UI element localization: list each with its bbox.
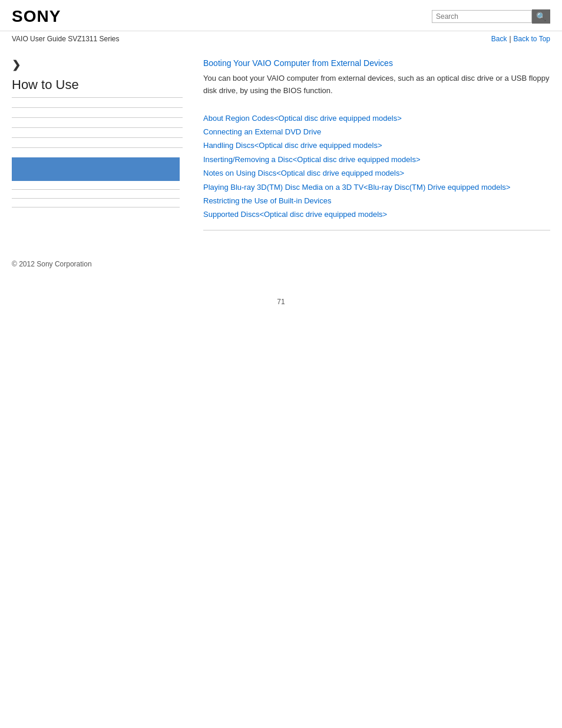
content-main-link[interactable]: Booting Your VAIO Computer from External… [203,58,550,68]
sidebar-item-line-2 [12,117,183,118]
search-icon: 🔍 [536,12,546,21]
sidebar-divider-1 [12,97,183,98]
copyright-text: © 2012 Sony Corporation [12,260,92,268]
main-container: ❯ How to Use Booting Your VAIO Computer … [0,47,562,242]
sidebar-placeholder-line-1 [12,189,180,190]
sidebar-placeholder-line-2 [12,198,180,199]
sidebar: ❯ How to Use [12,47,191,242]
sidebar-item-line-5 [12,147,183,148]
sidebar-item-line-1 [12,107,183,108]
sidebar-highlighted-item[interactable] [12,157,180,181]
content-link-7[interactable]: Supported Discs<Optical disc drive equip… [203,207,550,221]
content-link-5[interactable]: Playing Blu-ray 3D(TM) Disc Media on a 3… [203,180,550,194]
content-description: You can boot your VAIO computer from ext… [203,73,550,97]
content-area: Booting Your VAIO Computer from External… [191,47,550,242]
sidebar-item-line-3 [12,127,183,128]
page-header: SONY 🔍 [0,0,562,31]
content-bottom-divider [203,230,550,230]
back-to-top-link[interactable]: Back to Top [514,35,550,43]
sony-logo: SONY [12,7,61,26]
content-link-1[interactable]: Connecting an External DVD Drive [203,125,550,139]
guide-title: VAIO User Guide SVZ1311 Series [12,35,120,43]
content-link-3[interactable]: Inserting/Removing a Disc<Optical disc d… [203,153,550,166]
sidebar-placeholder-line-3 [12,207,180,207]
back-link[interactable]: Back [491,35,507,43]
sidebar-title: How to Use [12,77,183,93]
page-number: 71 [0,298,562,312]
sidebar-item-line-4 [12,137,183,138]
page-footer: © 2012 Sony Corporation [0,242,562,274]
search-button[interactable]: 🔍 [532,9,550,24]
search-area: 🔍 [432,9,550,24]
content-link-4[interactable]: Notes on Using Discs<Optical disc drive … [203,166,550,180]
sidebar-arrow[interactable]: ❯ [12,58,183,71]
breadcrumb-separator: | [509,35,511,43]
content-link-6[interactable]: Restricting the Use of Built-in Devices [203,194,550,207]
content-link-2[interactable]: Handling Discs<Optical disc drive equipp… [203,139,550,152]
search-input[interactable] [432,10,532,23]
breadcrumb-nav: Back | Back to Top [491,35,550,43]
content-link-0[interactable]: About Region Codes<Optical disc drive eq… [203,111,550,125]
content-links-section: About Region Codes<Optical disc drive eq… [203,111,550,222]
breadcrumb-bar: VAIO User Guide SVZ1311 Series Back | Ba… [0,31,562,47]
